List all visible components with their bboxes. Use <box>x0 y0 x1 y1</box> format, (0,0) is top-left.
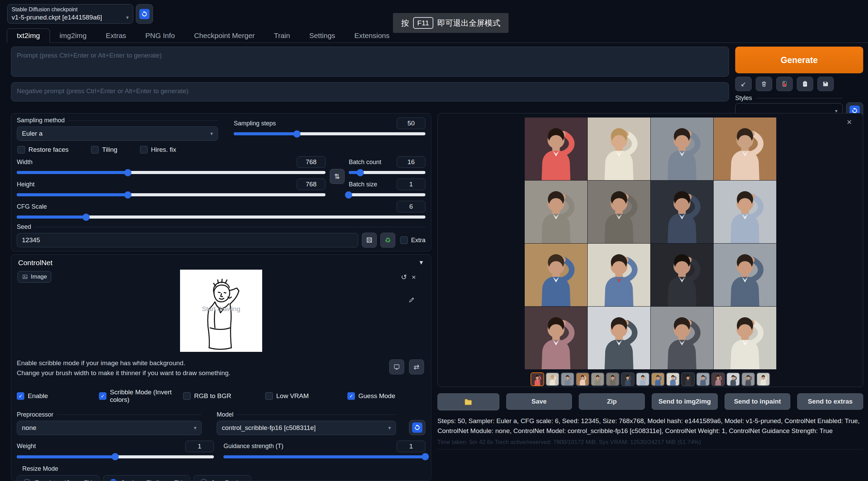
checkbox[interactable] <box>91 146 99 153</box>
height-value[interactable]: 768 <box>297 178 326 190</box>
cfg-scale-slider[interactable] <box>17 215 425 219</box>
weight-slider[interactable] <box>17 455 214 458</box>
guidance-strength-slider[interactable] <box>224 455 425 458</box>
gallery-image[interactable] <box>651 181 713 243</box>
extra-networks-button[interactable] <box>776 77 793 91</box>
gallery-image[interactable] <box>588 118 650 180</box>
rgb-to-bgr-checkbox[interactable]: RGB to BGR <box>183 388 265 404</box>
gallery-image[interactable] <box>651 118 713 180</box>
paste-params-button[interactable]: ↙ <box>735 77 752 91</box>
hires-fix-checkbox[interactable]: Hires. fix <box>140 146 176 153</box>
clear-prompt-button[interactable] <box>756 77 772 91</box>
scribble-mode-checkbox[interactable]: Scribble Mode (Invert colors) <box>99 388 183 404</box>
gallery-thumbnail[interactable] <box>651 372 665 386</box>
gallery-thumbnail[interactable] <box>561 372 574 386</box>
controlnet-accordion-header[interactable]: ControlNet ▼ <box>17 258 425 270</box>
brush-button[interactable] <box>408 296 415 303</box>
gallery-thumbnail[interactable] <box>636 372 650 386</box>
tab-extensions[interactable]: Extensions <box>345 29 399 42</box>
batch-count-slider[interactable] <box>349 171 425 174</box>
swap-dimensions-button[interactable]: ⇅ <box>330 169 345 184</box>
sampling-steps-slider[interactable] <box>234 132 425 135</box>
gallery-image[interactable] <box>714 118 776 180</box>
batch-size-value[interactable]: 1 <box>397 178 425 190</box>
resize-mode-scale-to-fit[interactable]: Scale to Fit (Inner Fit) <box>103 475 190 481</box>
controlnet-enable-checkbox[interactable]: Enable <box>17 388 99 404</box>
radio[interactable] <box>23 479 31 481</box>
gallery-image[interactable] <box>714 181 776 243</box>
checkbox[interactable] <box>347 392 355 400</box>
resize-mode-envelope[interactable]: Envelope (Outer Fit) <box>17 475 100 481</box>
send-to-extras-button[interactable]: Send to extras <box>797 393 863 410</box>
radio[interactable] <box>110 479 117 481</box>
gallery-close-button[interactable]: × <box>847 118 852 126</box>
send-to-inpaint-button[interactable]: Send to inpaint <box>725 393 791 410</box>
apply-style-button[interactable] <box>797 77 813 91</box>
refresh-models-button[interactable] <box>409 420 425 435</box>
tiling-checkbox[interactable]: Tiling <box>91 146 117 153</box>
low-vram-checkbox[interactable]: Low VRAM <box>265 388 347 404</box>
gallery-thumbnail[interactable] <box>711 372 725 386</box>
tab-png-info[interactable]: PNG Info <box>136 29 184 42</box>
extra-seed-checkbox[interactable]: Extra <box>400 236 425 244</box>
preprocessor-dropdown[interactable]: none ▾ <box>17 421 202 435</box>
gallery-thumbnail[interactable] <box>681 372 695 386</box>
gallery-image[interactable] <box>525 244 587 306</box>
resize-mode-just-resize[interactable]: Just Resize <box>193 475 251 481</box>
seed-input[interactable]: 12345 <box>17 233 358 247</box>
cfg-scale-value[interactable]: 6 <box>397 201 425 212</box>
negative-prompt-input[interactable] <box>11 82 729 101</box>
checkpoint-selector[interactable]: Stable Diffusion checkpoint v1-5-pruned.… <box>7 4 133 24</box>
tab-train[interactable]: Train <box>264 29 299 42</box>
model-dropdown[interactable]: control_scribble-fp16 [c508311e] ▾ <box>217 421 396 435</box>
gallery-thumbnail[interactable] <box>756 372 770 386</box>
checkbox[interactable] <box>99 392 106 400</box>
reuse-seed-button[interactable]: ♻ <box>380 233 395 248</box>
height-slider[interactable] <box>17 193 326 196</box>
gallery-image[interactable] <box>525 181 587 243</box>
gallery-thumbnail[interactable] <box>576 372 589 386</box>
width-slider[interactable] <box>17 171 326 174</box>
tab-extras[interactable]: Extras <box>96 29 136 42</box>
send-to-img2img-button[interactable]: Send to img2img <box>652 393 718 410</box>
gallery-image[interactable] <box>588 181 650 243</box>
tab-txt2img[interactable]: txt2img <box>7 28 50 43</box>
random-seed-button[interactable]: ⚄ <box>362 233 377 248</box>
gallery-thumbnail[interactable] <box>741 372 755 386</box>
gallery-thumbnail[interactable] <box>591 372 604 386</box>
save-style-button[interactable] <box>817 77 834 91</box>
scribble-canvas[interactable]: Start drawing <box>180 270 262 352</box>
gallery-image[interactable] <box>525 307 587 369</box>
image-tab[interactable]: Image <box>17 271 51 283</box>
batch-size-slider[interactable] <box>349 193 425 196</box>
save-button[interactable]: Save <box>506 393 572 410</box>
gallery-thumbnail[interactable] <box>531 372 544 386</box>
gallery-image[interactable] <box>588 307 650 369</box>
gallery-image[interactable] <box>588 244 650 306</box>
clear-image-button[interactable]: × <box>412 273 416 281</box>
sampling-steps-value[interactable]: 50 <box>397 118 425 129</box>
gallery-thumbnail[interactable] <box>666 372 680 386</box>
batch-count-value[interactable]: 16 <box>397 156 425 168</box>
gallery-image[interactable] <box>651 244 713 306</box>
open-folder-button[interactable] <box>437 393 499 410</box>
gallery-image[interactable] <box>525 118 587 180</box>
webcam-mirror-button[interactable]: ⇄ <box>409 359 424 374</box>
prompt-input[interactable] <box>11 47 729 77</box>
restore-faces-checkbox[interactable]: Restore faces <box>17 146 68 153</box>
checkbox[interactable] <box>265 392 273 400</box>
checkbox[interactable] <box>400 236 408 244</box>
gallery-image[interactable] <box>651 307 713 369</box>
tab-checkpoint-merger[interactable]: Checkpoint Merger <box>184 29 264 42</box>
weight-value[interactable]: 1 <box>185 441 214 452</box>
undo-button[interactable]: ↺ <box>401 273 407 281</box>
new-canvas-button[interactable] <box>389 359 404 374</box>
guidance-strength-value[interactable]: 1 <box>397 441 425 452</box>
gallery-thumbnail[interactable] <box>621 372 635 386</box>
radio[interactable] <box>200 479 207 481</box>
width-value[interactable]: 768 <box>297 156 326 168</box>
gallery-thumbnail[interactable] <box>696 372 710 386</box>
sampling-method-dropdown[interactable]: Euler a ▾ <box>17 126 218 141</box>
generate-button[interactable]: Generate <box>735 47 863 73</box>
tab-settings[interactable]: Settings <box>299 29 345 42</box>
